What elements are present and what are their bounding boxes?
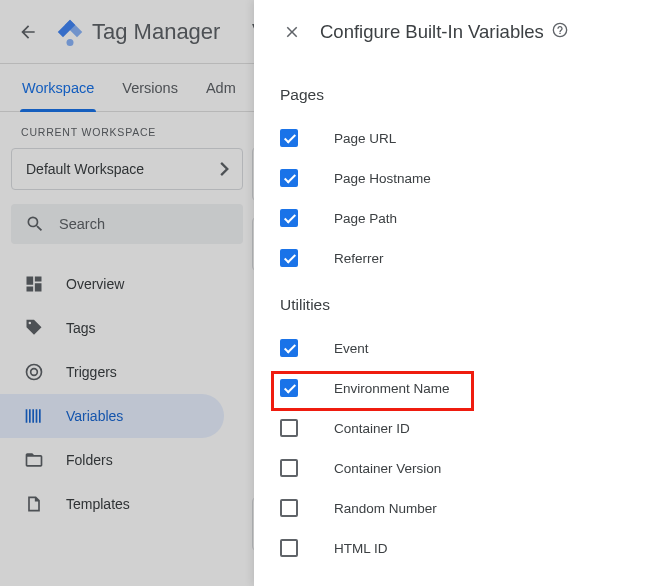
nav-list: Overview Tags Triggers Variables Folders… (0, 262, 254, 526)
checkbox[interactable] (280, 419, 298, 437)
var-random-number[interactable]: Random Number (280, 488, 633, 528)
nav-triggers[interactable]: Triggers (0, 350, 224, 394)
svg-point-1 (553, 23, 566, 36)
search-placeholder: Search (59, 216, 105, 232)
config-panel: Configure Built-In Variables Pages Page … (254, 0, 659, 586)
left-sidebar: Tag Manager Workspace Versions Adm CURRE… (0, 0, 254, 586)
current-workspace-label: CURRENT WORKSPACE (11, 126, 243, 138)
checkbox[interactable] (280, 339, 298, 357)
nav-variables[interactable]: Variables (0, 394, 224, 438)
help-icon (552, 22, 568, 38)
var-page-path[interactable]: Page Path (280, 198, 633, 238)
nav-templates[interactable]: Templates (0, 482, 224, 526)
target-icon (24, 362, 44, 382)
tab-versions[interactable]: Versions (122, 64, 178, 112)
var-html-id[interactable]: HTML ID (280, 528, 633, 568)
main-tabs: Workspace Versions Adm (0, 64, 254, 112)
dashboard-icon (24, 274, 44, 294)
back-button[interactable] (8, 12, 48, 52)
help-button[interactable] (552, 22, 568, 42)
tab-admin[interactable]: Adm (206, 64, 236, 112)
search-input[interactable]: Search (11, 204, 243, 244)
var-environment-name[interactable]: Environment Name (280, 368, 633, 408)
panel-header: Configure Built-In Variables (254, 0, 659, 64)
checkbox[interactable] (280, 169, 298, 187)
chevron-right-icon (220, 162, 230, 176)
checkbox[interactable] (280, 379, 298, 397)
checkbox[interactable] (280, 129, 298, 147)
nav-tags[interactable]: Tags (0, 306, 224, 350)
search-icon (25, 214, 45, 234)
var-page-url[interactable]: Page URL (280, 118, 633, 158)
nav-overview[interactable]: Overview (0, 262, 224, 306)
app-title: Tag Manager (92, 19, 220, 45)
nav-folders[interactable]: Folders (0, 438, 224, 482)
checkbox[interactable] (280, 499, 298, 517)
template-icon (24, 494, 44, 514)
arrow-left-icon (18, 22, 38, 42)
var-container-version[interactable]: Container Version (280, 448, 633, 488)
section-pages-title: Pages (280, 86, 633, 104)
tag-icon (24, 318, 44, 338)
checkbox[interactable] (280, 249, 298, 267)
svg-point-0 (67, 39, 74, 46)
folder-icon (24, 450, 44, 470)
workspace-name: Default Workspace (26, 161, 144, 177)
checkbox[interactable] (280, 209, 298, 227)
tab-workspace[interactable]: Workspace (22, 64, 94, 112)
close-button[interactable] (272, 12, 312, 52)
panel-title: Configure Built-In Variables (320, 21, 544, 43)
var-container-id[interactable]: Container ID (280, 408, 633, 448)
workspace-selector[interactable]: Default Workspace (11, 148, 243, 190)
checkbox[interactable] (280, 459, 298, 477)
checkbox[interactable] (280, 539, 298, 557)
var-page-hostname[interactable]: Page Hostname (280, 158, 633, 198)
var-event[interactable]: Event (280, 328, 633, 368)
section-utilities-title: Utilities (280, 296, 633, 314)
close-icon (283, 23, 301, 41)
tag-manager-logo-icon (56, 18, 84, 46)
app-header: Tag Manager (0, 0, 254, 64)
var-referrer[interactable]: Referrer (280, 238, 633, 278)
variables-icon (24, 406, 44, 426)
